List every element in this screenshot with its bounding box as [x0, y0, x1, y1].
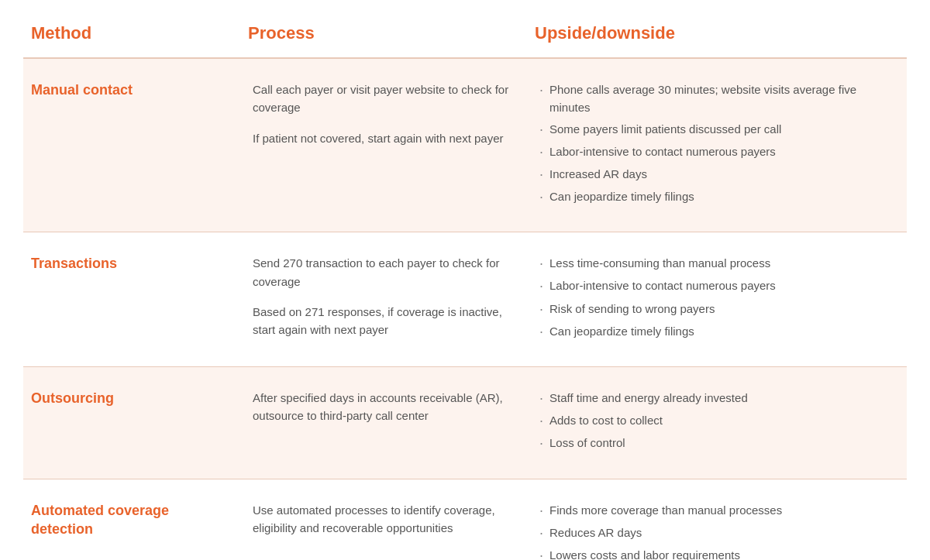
upside-cell-outsourcing: Staff time and energy already investedAd…: [527, 367, 907, 479]
header-method: Method: [23, 23, 240, 43]
header-upside: Upside/downside: [527, 23, 907, 43]
upside-item: Staff time and energy already invested: [539, 389, 894, 408]
upside-item: Adds to cost to collect: [539, 411, 894, 431]
process-text: Call each payer or visit payer website t…: [253, 81, 515, 117]
upside-item: Finds more coverage than manual processe…: [539, 501, 894, 520]
upside-item: Loss of control: [539, 434, 894, 453]
upside-item: Some payers limit patients discussed per…: [539, 120, 894, 139]
upside-list: Staff time and energy already investedAd…: [539, 389, 894, 454]
method-label-automated-coverage-detection: Automated coverage detection: [31, 503, 169, 537]
table-row: TransactionsSend 270 transaction to each…: [23, 232, 907, 367]
upside-list: Finds more coverage than manual processe…: [539, 501, 894, 560]
upside-item: Can jeopardize timely filings: [539, 322, 894, 342]
method-label-transactions: Transactions: [31, 256, 117, 271]
method-cell-outsourcing: Outsourcing: [23, 367, 240, 479]
method-label-manual-contact: Manual contact: [31, 82, 133, 98]
process-cell-manual-contact: Call each payer or visit payer website t…: [240, 59, 527, 232]
method-cell-automated-coverage-detection: Automated coverage detection: [23, 479, 240, 560]
process-text: Use automated processes to identify cove…: [253, 501, 515, 538]
process-text: Send 270 transaction to each payer to ch…: [253, 254, 515, 290]
process-cell-transactions: Send 270 transaction to each payer to ch…: [240, 232, 527, 366]
upside-item: Reduces AR days: [539, 524, 894, 543]
upside-item: Phone calls average 30 minutes; website …: [539, 81, 894, 117]
table-body: Manual contactCall each payer or visit p…: [23, 59, 907, 560]
upside-item: Less time-consuming than manual process: [539, 254, 894, 273]
process-text: If patient not covered, start again with…: [253, 129, 515, 147]
table-header: Method Process Upside/downside: [23, 15, 907, 59]
process-text: Based on 271 responses, if coverage is i…: [253, 303, 515, 339]
method-cell-manual-contact: Manual contact: [23, 59, 240, 232]
upside-list: Phone calls average 30 minutes; website …: [539, 81, 894, 207]
table-row: Automated coverage detectionUse automate…: [23, 479, 907, 560]
method-label-outsourcing: Outsourcing: [31, 390, 114, 406]
upside-item: Risk of sending to wrong payers: [539, 300, 894, 319]
upside-item: Lowers costs and labor requirements: [539, 546, 894, 560]
upside-item: Can jeopardize timely filings: [539, 187, 894, 207]
table-row: Manual contactCall each payer or visit p…: [23, 59, 907, 232]
upside-item: Increased AR days: [539, 165, 894, 184]
upside-cell-transactions: Less time-consuming than manual processL…: [527, 232, 907, 366]
upside-cell-manual-contact: Phone calls average 30 minutes; website …: [527, 59, 907, 232]
process-cell-outsourcing: After specified days in accounts receiva…: [240, 367, 527, 479]
upside-item: Labor-intensive to contact numerous paye…: [539, 143, 894, 162]
upside-list: Less time-consuming than manual processL…: [539, 254, 894, 342]
process-text: After specified days in accounts receiva…: [253, 389, 515, 425]
process-cell-automated-coverage-detection: Use automated processes to identify cove…: [240, 479, 527, 560]
upside-cell-automated-coverage-detection: Finds more coverage than manual processe…: [527, 479, 907, 560]
table-row: OutsourcingAfter specified days in accou…: [23, 367, 907, 479]
header-process: Process: [240, 23, 527, 43]
method-cell-transactions: Transactions: [23, 232, 240, 366]
upside-item: Labor-intensive to contact numerous paye…: [539, 277, 894, 296]
